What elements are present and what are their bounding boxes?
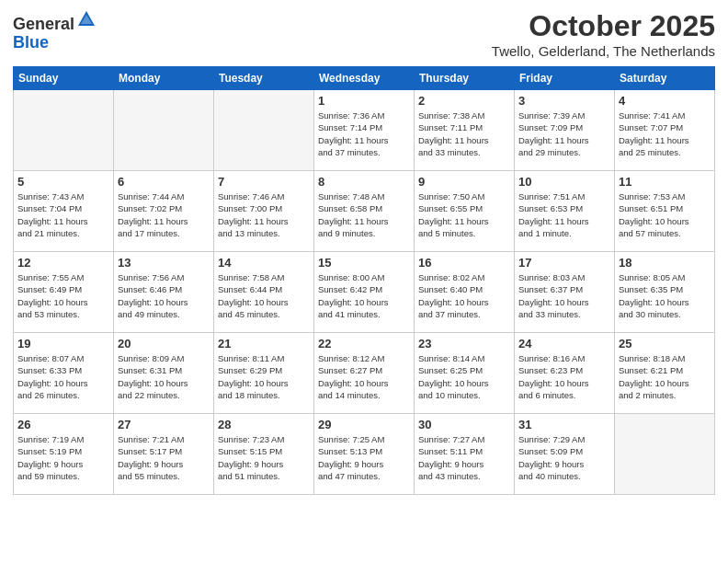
day-info: Sunrise: 7:43 AM Sunset: 7:04 PM Dayligh… <box>17 190 109 239</box>
col-monday: Monday <box>114 67 214 90</box>
week-row-4: 19Sunrise: 8:07 AM Sunset: 6:33 PM Dayli… <box>14 333 715 414</box>
day-info: Sunrise: 7:23 AM Sunset: 5:15 PM Dayligh… <box>218 433 310 482</box>
day-info: Sunrise: 7:29 AM Sunset: 5:09 PM Dayligh… <box>518 433 610 482</box>
day-info: Sunrise: 7:19 AM Sunset: 5:19 PM Dayligh… <box>17 433 109 482</box>
day-number: 10 <box>518 175 610 189</box>
day-info: Sunrise: 7:25 AM Sunset: 5:13 PM Dayligh… <box>318 433 410 482</box>
calendar-cell: 19Sunrise: 8:07 AM Sunset: 6:33 PM Dayli… <box>14 333 114 414</box>
day-info: Sunrise: 8:07 AM Sunset: 6:33 PM Dayligh… <box>17 352 109 401</box>
col-sunday: Sunday <box>14 67 114 90</box>
day-info: Sunrise: 7:41 AM Sunset: 7:07 PM Dayligh… <box>619 109 711 158</box>
logo: General Blue <box>13 9 97 52</box>
calendar-cell: 5Sunrise: 7:43 AM Sunset: 7:04 PM Daylig… <box>14 171 114 252</box>
day-info: Sunrise: 8:12 AM Sunset: 6:27 PM Dayligh… <box>318 352 410 401</box>
subtitle: Twello, Gelderland, The Netherlands <box>492 43 715 59</box>
main-title: October 2025 <box>492 9 715 43</box>
day-number: 22 <box>318 337 410 350</box>
calendar-cell: 13Sunrise: 7:56 AM Sunset: 6:46 PM Dayli… <box>114 252 214 333</box>
calendar-cell: 11Sunrise: 7:53 AM Sunset: 6:51 PM Dayli… <box>615 171 715 252</box>
calendar-cell: 26Sunrise: 7:19 AM Sunset: 5:19 PM Dayli… <box>14 414 114 495</box>
day-number: 31 <box>518 418 610 431</box>
day-info: Sunrise: 7:36 AM Sunset: 7:14 PM Dayligh… <box>318 109 410 158</box>
day-info: Sunrise: 7:48 AM Sunset: 6:58 PM Dayligh… <box>318 190 410 239</box>
calendar-cell: 28Sunrise: 7:23 AM Sunset: 5:15 PM Dayli… <box>214 414 314 495</box>
calendar-cell <box>615 414 715 495</box>
day-info: Sunrise: 7:58 AM Sunset: 6:44 PM Dayligh… <box>218 271 310 320</box>
calendar-cell: 17Sunrise: 8:03 AM Sunset: 6:37 PM Dayli… <box>515 252 615 333</box>
title-block: October 2025 Twello, Gelderland, The Net… <box>492 9 715 59</box>
day-info: Sunrise: 8:14 AM Sunset: 6:25 PM Dayligh… <box>418 352 510 401</box>
week-row-5: 26Sunrise: 7:19 AM Sunset: 5:19 PM Dayli… <box>14 414 715 495</box>
col-thursday: Thursday <box>415 67 515 90</box>
day-number: 19 <box>17 337 109 350</box>
day-number: 6 <box>118 175 210 189</box>
day-info: Sunrise: 8:09 AM Sunset: 6:31 PM Dayligh… <box>118 352 210 401</box>
week-row-2: 5Sunrise: 7:43 AM Sunset: 7:04 PM Daylig… <box>14 171 715 252</box>
calendar-cell: 10Sunrise: 7:51 AM Sunset: 6:53 PM Dayli… <box>515 171 615 252</box>
calendar-cell: 20Sunrise: 8:09 AM Sunset: 6:31 PM Dayli… <box>114 333 214 414</box>
header-row: Sunday Monday Tuesday Wednesday Thursday… <box>14 67 715 90</box>
calendar-cell: 24Sunrise: 8:16 AM Sunset: 6:23 PM Dayli… <box>515 333 615 414</box>
day-number: 29 <box>318 418 410 431</box>
day-info: Sunrise: 8:03 AM Sunset: 6:37 PM Dayligh… <box>518 271 610 320</box>
day-number: 9 <box>418 175 510 189</box>
calendar-cell: 29Sunrise: 7:25 AM Sunset: 5:13 PM Dayli… <box>314 414 415 495</box>
day-number: 30 <box>418 418 510 431</box>
calendar-cell: 12Sunrise: 7:55 AM Sunset: 6:49 PM Dayli… <box>14 252 114 333</box>
day-number: 2 <box>418 94 510 108</box>
calendar-cell: 14Sunrise: 7:58 AM Sunset: 6:44 PM Dayli… <box>214 252 314 333</box>
calendar-cell: 4Sunrise: 7:41 AM Sunset: 7:07 PM Daylig… <box>615 90 715 171</box>
day-number: 11 <box>619 175 711 189</box>
calendar-cell: 30Sunrise: 7:27 AM Sunset: 5:11 PM Dayli… <box>415 414 515 495</box>
day-number: 17 <box>518 256 610 270</box>
day-info: Sunrise: 7:46 AM Sunset: 7:00 PM Dayligh… <box>218 190 310 239</box>
calendar-cell <box>14 90 114 171</box>
day-info: Sunrise: 7:21 AM Sunset: 5:17 PM Dayligh… <box>118 433 210 482</box>
day-info: Sunrise: 7:38 AM Sunset: 7:11 PM Dayligh… <box>418 109 510 158</box>
day-info: Sunrise: 8:00 AM Sunset: 6:42 PM Dayligh… <box>318 271 410 320</box>
week-row-1: 1Sunrise: 7:36 AM Sunset: 7:14 PM Daylig… <box>14 90 715 171</box>
calendar-cell: 3Sunrise: 7:39 AM Sunset: 7:09 PM Daylig… <box>515 90 615 171</box>
day-number: 3 <box>518 94 610 108</box>
calendar-body: 1Sunrise: 7:36 AM Sunset: 7:14 PM Daylig… <box>14 90 715 495</box>
page-container: General Blue October 2025 Twello, Gelder… <box>0 0 728 502</box>
day-number: 26 <box>17 418 109 431</box>
calendar-cell: 2Sunrise: 7:38 AM Sunset: 7:11 PM Daylig… <box>415 90 515 171</box>
calendar-cell: 23Sunrise: 8:14 AM Sunset: 6:25 PM Dayli… <box>415 333 515 414</box>
day-info: Sunrise: 7:55 AM Sunset: 6:49 PM Dayligh… <box>17 271 109 320</box>
day-number: 27 <box>118 418 210 431</box>
day-info: Sunrise: 7:53 AM Sunset: 6:51 PM Dayligh… <box>619 190 711 239</box>
day-number: 5 <box>17 175 109 189</box>
calendar-cell: 27Sunrise: 7:21 AM Sunset: 5:17 PM Dayli… <box>114 414 214 495</box>
day-info: Sunrise: 7:56 AM Sunset: 6:46 PM Dayligh… <box>118 271 210 320</box>
week-row-3: 12Sunrise: 7:55 AM Sunset: 6:49 PM Dayli… <box>14 252 715 333</box>
day-number: 8 <box>318 175 410 189</box>
calendar-cell: 25Sunrise: 8:18 AM Sunset: 6:21 PM Dayli… <box>615 333 715 414</box>
day-number: 20 <box>118 337 210 350</box>
day-info: Sunrise: 7:50 AM Sunset: 6:55 PM Dayligh… <box>418 190 510 239</box>
day-info: Sunrise: 7:44 AM Sunset: 7:02 PM Dayligh… <box>118 190 210 239</box>
calendar-table: Sunday Monday Tuesday Wednesday Thursday… <box>13 66 715 495</box>
page-header: General Blue October 2025 Twello, Gelder… <box>13 9 715 59</box>
calendar-cell: 1Sunrise: 7:36 AM Sunset: 7:14 PM Daylig… <box>314 90 415 171</box>
day-number: 23 <box>418 337 510 350</box>
calendar-header: Sunday Monday Tuesday Wednesday Thursday… <box>14 67 715 90</box>
calendar-cell: 9Sunrise: 7:50 AM Sunset: 6:55 PM Daylig… <box>415 171 515 252</box>
col-wednesday: Wednesday <box>314 67 415 90</box>
calendar-cell: 21Sunrise: 8:11 AM Sunset: 6:29 PM Dayli… <box>214 333 314 414</box>
day-info: Sunrise: 7:51 AM Sunset: 6:53 PM Dayligh… <box>518 190 610 239</box>
day-number: 28 <box>218 418 310 431</box>
day-info: Sunrise: 8:18 AM Sunset: 6:21 PM Dayligh… <box>619 352 711 401</box>
calendar-cell: 6Sunrise: 7:44 AM Sunset: 7:02 PM Daylig… <box>114 171 214 252</box>
day-number: 18 <box>619 256 711 270</box>
day-number: 4 <box>619 94 711 108</box>
day-number: 14 <box>218 256 310 270</box>
calendar-cell <box>114 90 214 171</box>
day-number: 21 <box>218 337 310 350</box>
day-number: 25 <box>619 337 711 350</box>
day-number: 13 <box>118 256 210 270</box>
calendar-cell: 18Sunrise: 8:05 AM Sunset: 6:35 PM Dayli… <box>615 252 715 333</box>
col-tuesday: Tuesday <box>214 67 314 90</box>
calendar-cell: 15Sunrise: 8:00 AM Sunset: 6:42 PM Dayli… <box>314 252 415 333</box>
logo-blue-text: Blue <box>13 33 49 52</box>
